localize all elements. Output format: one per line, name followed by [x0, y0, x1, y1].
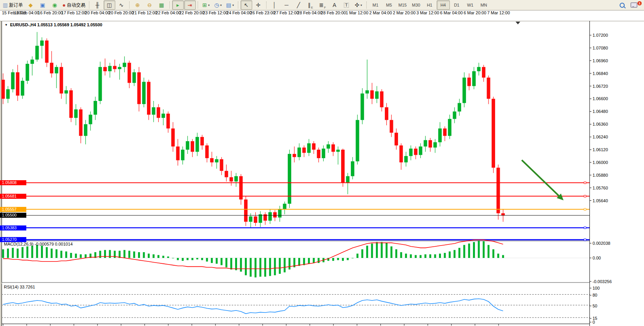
vertical-line-button[interactable]: │	[269, 0, 280, 10]
new-order-button-label: 新订单	[9, 2, 23, 9]
chart-title-text: EURUSD-,H4 1.05513 1.05569 1.05492 1.055…	[10, 22, 102, 27]
terminal-button[interactable]: ▣	[37, 0, 48, 10]
templates-icon: ▤	[226, 2, 231, 8]
text-icon: A	[333, 2, 336, 8]
time-axis-label: 20 Feb 04:00	[85, 10, 110, 15]
timeframe-m15-button[interactable]: M15	[396, 0, 409, 10]
macd-axis-label: 0.002038	[593, 241, 610, 246]
toolbar-separator	[198, 2, 198, 9]
cursor-button[interactable]: ↖	[241, 0, 252, 10]
indicators-icon: ⊞	[202, 2, 207, 8]
zoom-out-icon: ⊖	[147, 2, 152, 8]
timeframe-w1-button[interactable]: W1	[464, 0, 477, 10]
time-axis-label: 22 Feb 04:00	[156, 10, 181, 15]
text-button[interactable]: A	[329, 0, 340, 10]
crosshair-icon: ✛	[256, 2, 261, 8]
price-level-tag: 1.05557	[0, 207, 26, 212]
price-axis-label: 1.06960	[593, 58, 608, 63]
time-axis-label: 6 Mar 04:00	[440, 10, 463, 15]
price-level-tag: 1.05808	[0, 180, 26, 185]
price-axis-label: 1.06360	[593, 122, 608, 126]
price-axis-label: 1.07200	[593, 33, 608, 38]
chat-bubble-icon	[630, 2, 637, 8]
chart-window[interactable]: 1.072001.070801.069601.068401.067201.066…	[0, 10, 644, 326]
chart-shift-button[interactable]: ⇥	[184, 0, 196, 10]
macd-indicator-label: MACD(12,26,9) -0.000579 0.001014	[4, 242, 73, 246]
price-axis-label: 1.06600	[593, 96, 608, 101]
time-axis-label: 2 Mar 04:00	[369, 10, 392, 15]
toolbar-separator	[129, 2, 130, 9]
timeframe-h1-button[interactable]: H1	[423, 0, 436, 10]
autotrading-button[interactable]: ●自动交易	[61, 0, 87, 10]
chat-button[interactable]: 1	[628, 0, 640, 10]
search-button[interactable]	[616, 0, 628, 10]
icon-sub-letter: F	[324, 6, 326, 9]
timeframe-d1-button[interactable]: D1	[450, 0, 463, 10]
metaeditor-button[interactable]: ◆	[25, 0, 36, 10]
rsi-indicator-label: RSI(14) 33.7261	[4, 285, 35, 289]
timeframe-mn-button[interactable]: MN	[477, 0, 490, 10]
timeframe-m30-button[interactable]: M30	[410, 0, 423, 10]
autotrading-button-label: 自动交易	[67, 2, 85, 9]
bar-chart-icon: ╫	[96, 2, 99, 8]
chart-title: ▼EURUSD-,H4 1.05513 1.05569 1.05492 1.05…	[5, 22, 102, 27]
toolbar-separator	[169, 2, 170, 9]
dropdown-arrow-icon: ▾	[232, 3, 234, 7]
cursor-icon: ↖	[244, 2, 249, 8]
toolbar-separator	[238, 2, 239, 9]
zoom-in-icon: ⊕	[135, 2, 140, 8]
dropdown-arrow-icon: ▾	[208, 3, 210, 7]
price-axis-label: 1.05640	[593, 198, 608, 203]
templates-button[interactable]: ▤▾	[224, 0, 236, 10]
tile-windows-button[interactable]: ▦	[156, 0, 167, 10]
text-label-icon: T	[344, 3, 349, 8]
price-level-tag: 1.05681	[0, 194, 26, 199]
new-order-button[interactable]: ▥新订单	[1, 0, 24, 10]
time-axis-label: 23 Feb 12:00	[203, 10, 228, 15]
crosshair-button[interactable]: ✛	[253, 0, 264, 10]
time-axis-label: 7 Mar 12:00	[487, 10, 510, 15]
rsi-axis-label: 100	[593, 286, 600, 290]
metaeditor-icon: ◆	[29, 2, 33, 8]
periods-button[interactable]: ◷▾	[212, 0, 224, 10]
rsi-axis-label: 0	[593, 320, 595, 324]
dropdown-arrow-icon: ▾	[360, 3, 362, 7]
timeframe-m1-button[interactable]: M1	[369, 0, 382, 10]
horizontal-line-icon: ─	[285, 2, 289, 8]
zoom-in-button[interactable]: ⊕	[132, 0, 143, 10]
time-axis-label: 28 Feb 04:00	[297, 10, 323, 15]
candlestick-chart-button[interactable]: ◫	[104, 0, 115, 10]
timeframe-m5-button[interactable]: M5	[383, 0, 396, 10]
tile-windows-icon: ▦	[159, 2, 164, 8]
toolbar-separator	[266, 2, 267, 9]
horizontal-line-button[interactable]: ─	[281, 0, 292, 10]
zoom-out-button[interactable]: ⊖	[144, 0, 155, 10]
price-axis-label: 1.05760	[593, 186, 608, 190]
trendline-icon: ╱	[297, 2, 300, 8]
strategy-tester-button[interactable]: ◉	[49, 0, 60, 10]
arrows-button[interactable]: ✣▾	[353, 0, 364, 10]
fibonacci-icon: ≣	[319, 2, 324, 8]
equidistant-channel-button[interactable]: ∥E	[305, 0, 316, 10]
fibonacci-button[interactable]: ≣F	[317, 0, 328, 10]
price-axis-label: 1.05880	[593, 173, 608, 178]
text-label-button[interactable]: T	[341, 0, 352, 10]
autotrading-icon: ●	[62, 2, 65, 8]
trendline-button[interactable]: ╱	[293, 0, 304, 10]
macd-axis-label: -0.003256	[593, 279, 612, 284]
icon-sub-letter: E	[311, 6, 313, 9]
bar-chart-button[interactable]: ╫	[92, 0, 103, 10]
time-axis-label: 28 Feb 20:00	[321, 10, 346, 15]
timeframe-h4-button[interactable]: H4	[437, 0, 450, 10]
price-axis-label: 1.06000	[593, 160, 608, 165]
price-level-tag: 1.05383	[0, 225, 26, 230]
price-axis-label: 1.06240	[593, 135, 608, 139]
time-axis-label: 1 Mar 12:00	[346, 10, 369, 15]
vertical-line-icon: │	[273, 2, 276, 8]
auto-scroll-button[interactable]: ▸	[172, 0, 184, 10]
arrows-icon: ✣	[355, 2, 359, 8]
indicators-button[interactable]: ⊞▾	[200, 0, 212, 10]
line-chart-button[interactable]: ∿	[116, 0, 127, 10]
time-axis-label: 16 Feb 20:00	[38, 10, 63, 15]
collapse-icon[interactable]: ▼	[5, 23, 8, 27]
